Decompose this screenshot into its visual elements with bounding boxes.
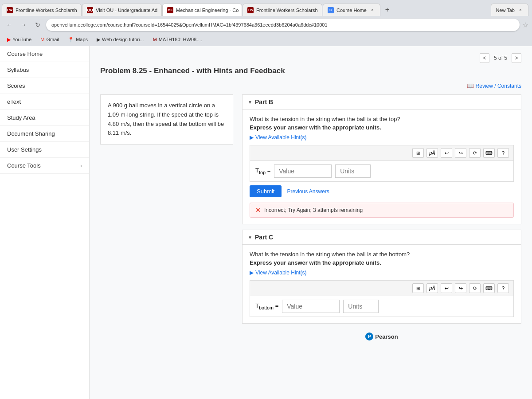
part-b-units-input[interactable] <box>335 164 371 178</box>
hint-triangle-icon: ▶ <box>250 134 254 141</box>
tab-close-2[interactable]: × <box>160 7 162 13</box>
sidebar-item-scores[interactable]: Scores <box>0 78 89 94</box>
address-input[interactable] <box>46 19 520 31</box>
content-area: < 5 of 5 > Problem 8.25 - Enhanced - wit… <box>90 46 532 399</box>
sidebar-item-course-home[interactable]: Course Home <box>0 46 89 62</box>
refresh-button[interactable]: ↻ <box>32 19 43 31</box>
undo-btn[interactable]: ↩ <box>441 148 452 158</box>
part-b-section: ▼ Part B What is the tension in the stri… <box>242 94 521 224</box>
c-format-btn-1[interactable]: ⊞ <box>412 283 424 293</box>
pearson-label: Pearson <box>375 333 398 340</box>
bookmark-web-label: Web design tutori... <box>102 37 144 42</box>
tab-favicon-2: OU <box>87 7 93 13</box>
bookmark-maps[interactable]: 📍 Maps <box>64 36 91 43</box>
forward-button[interactable]: → <box>18 19 29 31</box>
web-icon: ▶ <box>97 37 100 43</box>
bookmark-gmail-label: Gmail <box>46 37 59 42</box>
tab-close-5[interactable]: × <box>369 7 376 13</box>
mu-icon: μÅ <box>429 150 435 156</box>
c-undo-icon: ↩ <box>445 286 449 291</box>
tab-close-4[interactable]: × <box>321 7 322 13</box>
page-indicator: 5 of 5 <box>491 55 510 61</box>
tab-new-label[interactable]: New Tab × <box>491 4 528 16</box>
keyboard-btn[interactable]: ⌨ <box>483 148 495 158</box>
tab-frontline-2[interactable]: FW Frontline Workers Scholarsh × <box>243 4 322 16</box>
c-mu-icon: μÅ <box>429 286 435 291</box>
part-b-prev-answers-link[interactable]: Previous Answers <box>287 188 329 195</box>
problem-line-4: 8.11 m/s. <box>108 129 226 138</box>
format-btn-1[interactable]: ⊞ <box>412 148 424 158</box>
c-redo-btn[interactable]: ↪ <box>455 283 466 293</box>
problem-line-2: 1.09 m-long string. If the speed at the … <box>108 110 226 120</box>
bookmark-youtube-label: YouTube <box>12 37 31 42</box>
sidebar-item-study-area[interactable]: Study Area <box>0 110 89 126</box>
part-b-answer-row: Ttop = <box>250 160 514 182</box>
sidebar-label-study-area: Study Area <box>7 114 35 121</box>
redo-btn[interactable]: ↪ <box>455 148 466 158</box>
part-c-body: What is the tension in the string when t… <box>243 245 521 323</box>
tab-label-3: Mechanical Engineering - Co <box>176 8 239 13</box>
part-c-hint-label: View Available Hint(s) <box>255 270 307 276</box>
bookmark-maps-label: Maps <box>76 37 88 42</box>
c-format-btn-2[interactable]: μÅ <box>426 283 438 293</box>
tab-label-5: Course Home <box>336 8 367 13</box>
problem-title: Problem 8.25 - Enhanced - with Hints and… <box>100 66 521 75</box>
part-c-hint-link[interactable]: ▶ View Available Hint(s) <box>250 270 514 276</box>
sidebar-item-user-settings[interactable]: User Settings <box>0 142 89 158</box>
tab-favicon-5: C <box>328 7 334 13</box>
bookmark-gmail[interactable]: M Gmail <box>37 36 63 43</box>
part-b-collapse-icon: ▼ <box>248 100 252 105</box>
part-c-units-input[interactable] <box>343 300 379 313</box>
sidebar-label-course-tools: Course Tools <box>7 162 41 169</box>
sidebar-item-document-sharing[interactable]: Document Sharing <box>0 126 89 142</box>
tab-mechanical-active[interactable]: ME Mechanical Engineering - Co × <box>162 4 242 16</box>
sidebar-item-syllabus[interactable]: Syllabus <box>0 62 89 78</box>
prev-page-button[interactable]: < <box>480 53 489 63</box>
bookmark-youtube[interactable]: ▶ YouTube <box>4 36 35 43</box>
gmail-icon: M <box>40 37 44 42</box>
new-tab-close[interactable]: × <box>517 7 524 13</box>
part-c-value-input[interactable] <box>282 300 340 313</box>
maps-icon: 📍 <box>68 37 74 43</box>
part-b-header[interactable]: ▼ Part B <box>243 95 521 110</box>
c-refresh-icon: ⟳ <box>473 286 477 291</box>
c-refresh-answer-btn[interactable]: ⟳ <box>469 283 481 293</box>
tab-course-home[interactable]: C Course Home × <box>323 4 380 16</box>
part-b-toolbar: ⊞ μÅ ↩ ↪ <box>250 145 514 160</box>
bookmark-math[interactable]: M MATH180: HW08-... <box>149 36 206 43</box>
tab-close-1[interactable]: × <box>80 7 82 13</box>
tab-new[interactable]: + <box>381 4 394 16</box>
refresh-answer-btn[interactable]: ⟳ <box>469 148 481 158</box>
part-c-collapse-icon: ▼ <box>248 235 252 240</box>
part-b-question: What is the tension in the string when t… <box>250 116 514 122</box>
next-page-button[interactable]: > <box>512 53 521 63</box>
redo-icon: ↪ <box>459 150 463 156</box>
review-constants-link[interactable]: 📖 Review / Constants <box>467 82 521 89</box>
nav-arrows: < 5 of 5 > <box>480 53 521 63</box>
help-btn[interactable]: ? <box>497 148 509 158</box>
tab-favicon-4: FW <box>247 7 254 13</box>
format-btn-2[interactable]: μÅ <box>426 148 438 158</box>
back-button[interactable]: ← <box>4 19 15 31</box>
tab-frontline-1[interactable]: FW Frontline Workers Scholarsh × <box>2 4 82 16</box>
sidebar-label-syllabus: Syllabus <box>7 66 29 73</box>
sidebar-item-etext[interactable]: eText <box>0 94 89 110</box>
part-b-submit-button[interactable]: Submit <box>250 185 282 197</box>
bookmark-star[interactable]: ☆ <box>522 21 528 29</box>
part-b-value-input[interactable] <box>274 164 332 178</box>
c-help-btn[interactable]: ? <box>497 283 509 293</box>
review-constants-label: Review / Constants <box>476 83 521 89</box>
tab-close-3[interactable]: × <box>241 7 242 13</box>
tab-ou[interactable]: OU Visit OU - Undergraduate Ad × <box>82 4 162 16</box>
bookmark-web[interactable]: ▶ Web design tutori... <box>93 36 148 43</box>
sidebar-item-course-tools[interactable]: Course Tools › <box>0 158 89 174</box>
part-b-instruction: Express your answer with the appropriate… <box>250 124 514 131</box>
part-c-toolbar: ⊞ μÅ ↩ ↪ <box>250 280 514 296</box>
c-keyboard-btn[interactable]: ⌨ <box>483 283 495 293</box>
part-c-header[interactable]: ▼ Part C <box>243 230 521 245</box>
sidebar-label-scores: Scores <box>7 82 25 89</box>
part-b-hint-link[interactable]: ▶ View Available Hint(s) <box>250 134 514 141</box>
bookmarks-bar: ▶ YouTube M Gmail 📍 Maps ▶ Web design tu… <box>0 34 532 46</box>
part-b-feedback-text: Incorrect; Try Again; 3 attempts remaini… <box>264 207 363 213</box>
c-undo-btn[interactable]: ↩ <box>441 283 452 293</box>
